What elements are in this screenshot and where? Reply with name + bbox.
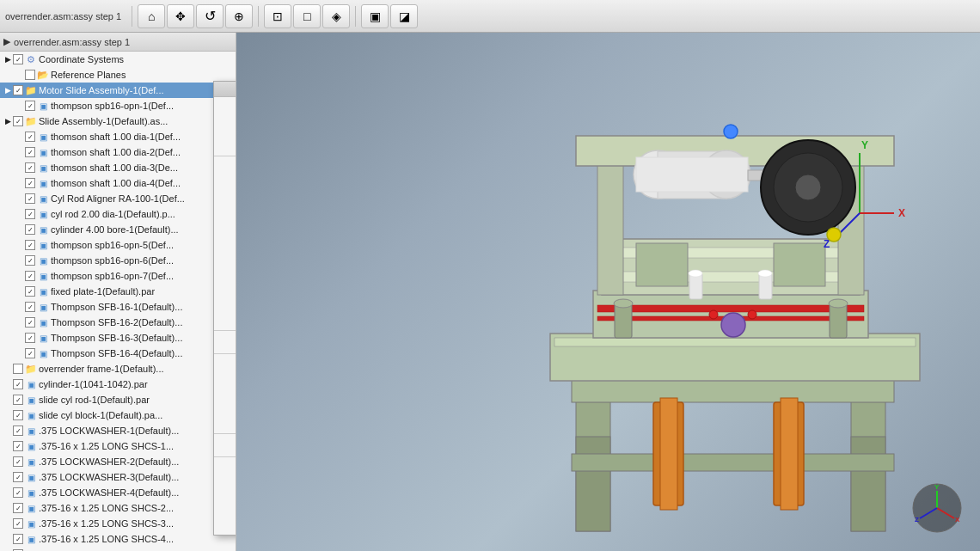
tree-expand-icon-9[interactable] [15, 179, 24, 187]
tree-expand-icon-16[interactable] [15, 287, 24, 296]
tree-checkbox-25[interactable] [13, 425, 23, 436]
tree-expand-icon-5[interactable]: ▶ [3, 117, 12, 126]
tree-expand-icon-25[interactable] [3, 426, 12, 435]
tree-expand-icon-30[interactable] [3, 504, 12, 512]
tree-checkbox-5[interactable] [13, 116, 23, 126]
tree-expand-icon-13[interactable] [15, 241, 24, 249]
tree-item-26[interactable]: ▣.375-16 x 1.25 LONG SHCS-1... [0, 438, 236, 454]
toolbar-btn-front[interactable]: □ [293, 4, 321, 28]
tree-expand-icon-7[interactable] [15, 148, 24, 156]
tree-item-18[interactable]: ▣Thompson SFB-16-2(Default)... [0, 315, 236, 330]
tree-expand-icon-6[interactable] [15, 132, 24, 141]
tree-checkbox-4[interactable] [25, 101, 35, 111]
tree-expand-icon-17[interactable] [15, 303, 24, 311]
tree-item-12[interactable]: ▣cylinder 4.00 bore-1(Default)... [0, 222, 236, 237]
ctx-item-delete[interactable]: Delete [214, 497, 236, 516]
tree-expand-icon-24[interactable] [3, 411, 12, 419]
tree-item-5[interactable]: ▶📁Slide Assembly-1(Default).as... [0, 113, 236, 129]
tree-item-22[interactable]: ▣cylinder-1(1041-1042).par [0, 377, 236, 392]
tree-checkbox-29[interactable] [13, 487, 23, 498]
ctx-item-edit[interactable]: Edit [214, 356, 236, 375]
ctx-item-show-all[interactable]: Show All [214, 196, 236, 215]
toolbar-btn-rotate[interactable]: ↺ [196, 4, 224, 28]
ctx-item-scroll-to[interactable]: Scroll To [214, 291, 236, 309]
tree-expand-icon-10[interactable] [15, 194, 24, 203]
tree-checkbox-22[interactable] [13, 379, 23, 389]
tree-expand-icon-11[interactable] [15, 210, 24, 218]
ctx-item-inactivate[interactable]: Inactivate [214, 413, 236, 432]
toolbar-btn-fit[interactable]: ⊡ [264, 4, 291, 28]
tree-item-6[interactable]: ▣thomson shaft 1.00 dia-1(Def... [0, 129, 236, 144]
tree-checkbox-32[interactable] [13, 534, 23, 544]
tree-item-24[interactable]: ▣slide cyl block-1(Default).pa... [0, 407, 236, 423]
tree-expand-icon-15[interactable] [15, 272, 24, 280]
tree-expand-icon-3[interactable]: ▶ [3, 86, 12, 95]
tree-checkbox-17[interactable] [25, 302, 35, 312]
toolbar-btn-orient[interactable]: ◈ [322, 4, 350, 28]
ctx-item-collapse[interactable]: Collapse [214, 135, 236, 154]
tree-expand-icon-2[interactable] [15, 70, 24, 79]
tree-item-30[interactable]: ▣.375-16 x 1.25 LONG SHCS-2... [0, 500, 236, 516]
tree-expand-icon-27[interactable] [3, 457, 12, 466]
tree-checkbox-16[interactable] [25, 286, 35, 297]
tree-checkbox-26[interactable] [13, 441, 23, 451]
tree-item-4[interactable]: ▣thompson spb16-opn-1(Def... [0, 98, 236, 113]
toolbar-btn-section[interactable]: ◪ [390, 4, 418, 28]
tree-checkbox-2[interactable] [25, 70, 35, 80]
tree-checkbox-6[interactable] [25, 132, 35, 142]
tree-checkbox-28[interactable] [13, 472, 23, 482]
tree-item-11[interactable]: ▣cyl rod 2.00 dia-1(Default).p... [0, 206, 236, 222]
tree-item-8[interactable]: ▣thomson shaft 1.00 dia-3(De... [0, 160, 236, 175]
tree-checkbox-8[interactable] [25, 162, 35, 173]
tree-expand-icon-29[interactable] [3, 488, 12, 497]
ctx-item-more[interactable]: More▶ [214, 333, 236, 352]
tree-item-10[interactable]: ▣Cyl Rod Aligner RA-100-1(Def... [0, 191, 236, 206]
tree-item-14[interactable]: ▣thompson spb16-opn-6(Def... [0, 253, 236, 268]
3d-viewport[interactable]: Y X Z [236, 33, 980, 551]
tree-expand-icon-20[interactable] [15, 349, 24, 358]
tree-item-7[interactable]: ▣thomson shaft 1.00 dia-2(Def... [0, 144, 236, 160]
tree-content[interactable]: ▶⚙Coordinate Systems📂Reference Planes▶📁M… [0, 52, 236, 551]
ctx-item-show[interactable]: Show [214, 158, 236, 177]
tree-checkbox-10[interactable] [25, 193, 35, 204]
tree-checkbox-30[interactable] [13, 503, 23, 513]
toolbar-btn-zoom[interactable]: ⊕ [225, 4, 253, 28]
tree-expand-icon-28[interactable] [3, 473, 12, 481]
tree-item-20[interactable]: ▣Thompson SFB-16-4(Default)... [0, 346, 236, 361]
tree-expand-icon-19[interactable] [15, 334, 24, 342]
tree-checkbox-24[interactable] [13, 410, 23, 420]
tree-item-13[interactable]: ▣thompson spb16-opn-5(Def... [0, 237, 236, 253]
tree-checkbox-27[interactable] [13, 456, 23, 467]
tree-item-25[interactable]: ▣.375 LOCKWASHER-1(Default)... [0, 423, 236, 438]
ctx-item-hide-all[interactable]: Hide All [214, 215, 236, 234]
tree-item-31[interactable]: ▣.375-16 x 1.25 LONG SHCS-3... [0, 516, 236, 531]
ctx-item-expand-all[interactable]: Expand All [214, 116, 236, 135]
tree-checkbox-3[interactable] [13, 85, 23, 95]
tree-checkbox-12[interactable] [25, 224, 35, 235]
tree-item-32[interactable]: ▣.375-16 x 1.25 LONG SHCS-4... [0, 531, 236, 547]
tree-expand-icon-12[interactable] [15, 225, 24, 234]
toolbar-btn-pan[interactable]: ✥ [167, 4, 194, 28]
tree-item-33[interactable]: ▣.500 FLATWASHER-1(Default)...✕ [0, 547, 236, 551]
tree-checkbox-19[interactable] [25, 333, 35, 343]
tree-checkbox-13[interactable] [25, 240, 35, 250]
tree-expand-icon-22[interactable] [3, 380, 12, 389]
tree-checkbox-7[interactable] [25, 147, 35, 157]
tree-checkbox-18[interactable] [25, 317, 35, 328]
ctx-item-hide[interactable]: Hide [214, 177, 236, 196]
ctx-item-create-drawing[interactable]: Create Drawing... [214, 478, 236, 497]
tree-item-28[interactable]: ▣.375 LOCKWASHER-3(Default)... [0, 469, 236, 485]
tree-item-3[interactable]: ▶📁Motor Slide Assembly-1(Def... [0, 83, 236, 98]
tree-expand-icon-31[interactable] [3, 519, 12, 528]
toolbar-btn-home[interactable]: ⌂ [138, 4, 165, 28]
tree-expand-icon-14[interactable] [15, 256, 24, 265]
tree-item-21[interactable]: 📁overrender frame-1(Default)... [0, 361, 236, 377]
tree-item-1[interactable]: ▶⚙Coordinate Systems [0, 52, 236, 67]
tree-item-27[interactable]: ▣.375 LOCKWASHER-2(Default)... [0, 454, 236, 469]
tree-item-16[interactable]: ▣fixed plate-1(Default).par [0, 284, 236, 299]
ctx-item-activate[interactable]: Activate [214, 394, 236, 413]
ctx-item-show-only[interactable]: Show Only [214, 234, 236, 253]
tree-checkbox-23[interactable] [13, 395, 23, 405]
tree-expand-icon-26[interactable] [3, 442, 12, 450]
tree-expand-icon-4[interactable] [15, 101, 24, 110]
